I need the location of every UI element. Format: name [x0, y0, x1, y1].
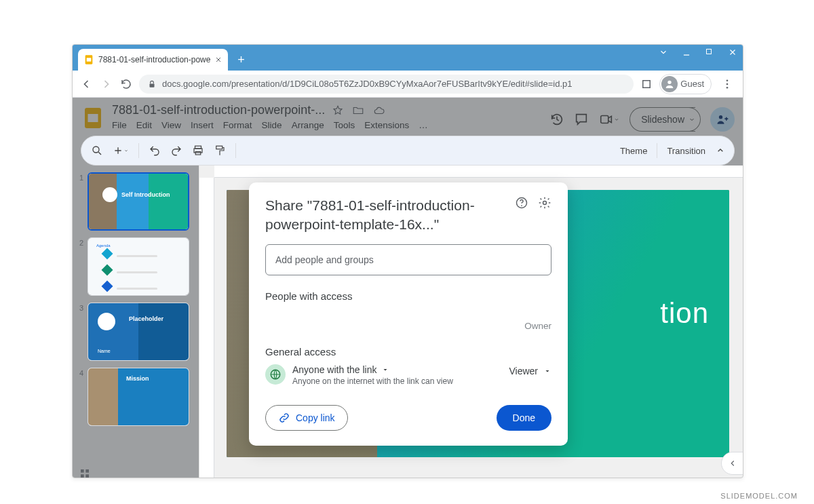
new-slide-tool-icon[interactable] — [113, 145, 129, 156]
browser-tab[interactable]: 7881-01-self-introduction-powe — [78, 49, 228, 71]
thumb-number: 2 — [77, 237, 83, 296]
toolbar-collapse-icon[interactable] — [715, 145, 726, 156]
link-icon — [278, 412, 290, 424]
slide-thumb-2[interactable]: Agenda — [88, 237, 189, 296]
window-maximize-icon[interactable] — [705, 47, 716, 57]
address-bar: docs.google.com/presentation/d/1D9CiL08o… — [73, 71, 743, 98]
browser-menu-icon[interactable] — [718, 75, 736, 93]
avatar-icon — [661, 76, 678, 92]
role-label: Viewer — [509, 366, 538, 376]
theme-button[interactable]: Theme — [620, 146, 647, 156]
slide-title-text: tion — [660, 297, 709, 330]
svg-point-8 — [726, 86, 729, 88]
thumb-number: 4 — [77, 368, 83, 426]
add-people-placeholder: Add people and groups — [275, 254, 374, 265]
svg-point-23 — [521, 205, 522, 206]
thumb-4-title: Mission — [126, 375, 149, 382]
window-close-icon[interactable] — [728, 47, 739, 57]
link-scope-dropdown[interactable]: Anyone with the link — [292, 364, 502, 375]
general-access-heading: General access — [265, 346, 551, 357]
copy-link-label: Copy link — [296, 412, 335, 423]
svg-rect-4 — [643, 80, 651, 88]
window-caret-icon[interactable] — [659, 47, 670, 57]
role-dropdown[interactable]: Viewer — [509, 364, 551, 376]
svg-point-24 — [543, 201, 547, 205]
search-tool-icon[interactable] — [91, 144, 103, 157]
thumb-3-title: Placeholder — [129, 315, 163, 322]
toolbar: Theme Transition — [81, 136, 735, 166]
tab-close-icon[interactable] — [214, 56, 222, 64]
svg-rect-21 — [85, 474, 89, 478]
slides-app: 7881-01-self-introduction-powerpoint-...… — [73, 98, 743, 478]
slide-thumb-3[interactable]: PlaceholderName — [88, 303, 189, 361]
lock-icon — [147, 79, 157, 89]
help-icon[interactable] — [515, 196, 528, 210]
url-text: docs.google.com/presentation/d/1D9CiL08o… — [162, 79, 572, 89]
new-tab-button[interactable]: + — [232, 51, 250, 69]
nav-back-button[interactable] — [79, 77, 93, 91]
link-scope-label: Anyone with the link — [292, 364, 377, 375]
thumb-number: 1 — [77, 172, 83, 231]
slide-thumb-4[interactable]: Mission — [88, 368, 189, 426]
explore-fab-icon[interactable] — [721, 452, 743, 475]
settings-icon[interactable] — [538, 196, 551, 210]
thumb-2-title: Agenda — [96, 244, 183, 248]
chevron-down-icon — [543, 367, 551, 375]
svg-point-5 — [668, 80, 672, 83]
window-controls — [659, 47, 739, 57]
redo-icon[interactable] — [170, 144, 182, 157]
nav-reload-button[interactable] — [120, 78, 132, 90]
slides-icon — [83, 54, 94, 65]
thumb-1-title: Self Introduction — [121, 191, 170, 198]
transition-button[interactable]: Transition — [667, 146, 705, 156]
svg-point-7 — [726, 83, 729, 85]
tab-title: 7881-01-self-introduction-powe — [98, 55, 210, 64]
window-minimize-icon[interactable] — [682, 47, 693, 57]
svg-point-6 — [726, 79, 729, 81]
grid-view-icon[interactable] — [79, 468, 90, 478]
url-field[interactable]: docs.google.com/presentation/d/1D9CiL08o… — [139, 75, 634, 94]
svg-rect-3 — [150, 83, 155, 87]
undo-icon[interactable] — [149, 144, 161, 157]
paint-format-icon[interactable] — [214, 144, 226, 157]
globe-icon — [265, 364, 286, 385]
svg-rect-18 — [81, 469, 84, 473]
add-people-input[interactable]: Add people and groups — [265, 244, 551, 275]
svg-rect-17 — [216, 146, 222, 149]
svg-rect-1 — [87, 58, 92, 61]
dialog-title: Share "7881-01-self-introduction-powerpo… — [265, 196, 515, 235]
svg-rect-2 — [707, 50, 712, 54]
extensions-icon[interactable] — [640, 78, 653, 90]
slide-thumb-1[interactable]: Self Introduction — [88, 172, 189, 231]
svg-rect-20 — [81, 474, 84, 478]
link-scope-description: Anyone on the internet with the link can… — [292, 376, 502, 386]
done-label: Done — [513, 412, 535, 423]
guest-label: Guest — [680, 79, 704, 89]
copy-link-button[interactable]: Copy link — [265, 405, 348, 431]
done-button[interactable]: Done — [497, 405, 551, 431]
svg-point-13 — [93, 147, 99, 153]
titlebar: 7881-01-self-introduction-powe + — [73, 45, 743, 71]
ruler-horizontal — [214, 166, 743, 178]
ruler-vertical — [199, 178, 214, 478]
share-dialog: Share "7881-01-self-introduction-powerpo… — [249, 182, 568, 446]
thumb-number: 3 — [77, 303, 83, 361]
svg-rect-16 — [195, 152, 201, 155]
chevron-down-icon — [381, 366, 389, 374]
print-icon[interactable] — [192, 144, 204, 157]
thumbnails-panel: 1 Self Introduction 2 Agenda — [73, 166, 199, 478]
nav-forward-button — [100, 77, 113, 91]
thumb-3-name: Name — [98, 349, 111, 353]
svg-rect-19 — [85, 469, 89, 473]
profile-chip[interactable]: Guest — [659, 74, 712, 94]
watermark: SLIDEMODEL.COM — [720, 492, 798, 500]
owner-label: Owner — [524, 321, 551, 331]
people-access-heading: People with access — [265, 290, 551, 302]
browser-window: 7881-01-self-introduction-powe + docs.go… — [72, 44, 743, 478]
